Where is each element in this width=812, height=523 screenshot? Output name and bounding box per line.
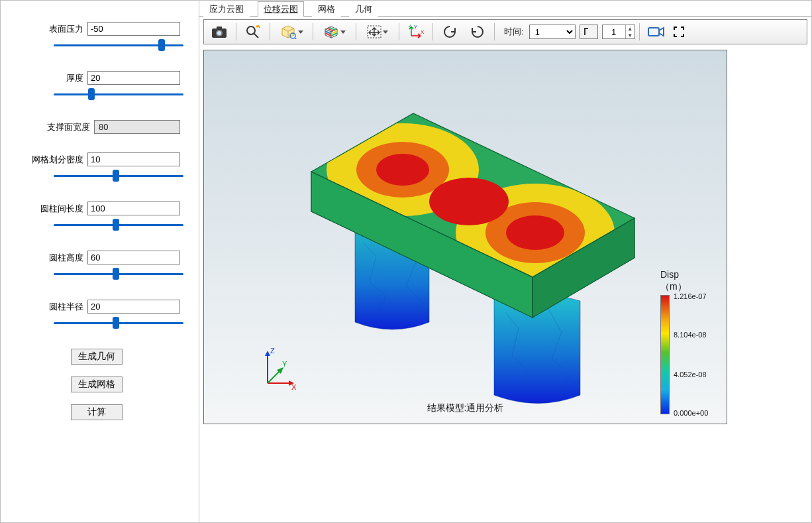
view-tabs: 应力云图位移云图网格几何 xyxy=(199,1,811,17)
param-slider[interactable] xyxy=(54,170,183,181)
app-root: 表面压力厚度支撑面宽度80网格划分密度圆柱间长度圆柱高度圆柱半径 生成几何生成网… xyxy=(0,0,812,523)
legend-tick: 4.052e-08 xyxy=(674,371,707,378)
svg-point-22 xyxy=(429,178,509,225)
view-tab[interactable]: 网格 xyxy=(312,1,341,17)
param-label: 厚度 xyxy=(66,72,83,84)
param-label: 支撑面宽度 xyxy=(47,121,90,133)
legend-title-2: （m） xyxy=(660,281,687,292)
param-display: 80 xyxy=(94,120,180,134)
param-row: 圆柱高度 xyxy=(13,251,180,281)
param-slider[interactable] xyxy=(54,219,183,230)
viewport-3d[interactable]: Z Y X Disp （m） 1.216e-07 8.104e-08 xyxy=(203,50,727,424)
legend-title-1: Disp xyxy=(660,269,679,280)
param-label: 圆柱半径 xyxy=(49,301,83,313)
auto-zoom-button[interactable] xyxy=(240,22,266,42)
right-area: 应力云图位移云图网格几何 xyxy=(199,1,811,522)
dropdown-caret-icon xyxy=(383,30,388,34)
svg-text:Z: Z xyxy=(409,25,412,29)
param-input[interactable] xyxy=(87,251,180,264)
svg-text:X: X xyxy=(421,29,425,35)
param-row: 网格划分密度 xyxy=(13,152,180,183)
svg-point-3 xyxy=(217,31,221,35)
svg-line-5 xyxy=(254,33,258,38)
color-cube-dropdown[interactable] xyxy=(317,22,352,42)
axis-orientation-button[interactable]: Z Y X xyxy=(403,22,429,42)
param-label: 圆柱高度 xyxy=(49,252,83,264)
time-select[interactable]: 1 xyxy=(529,25,576,39)
viewer-toolbar: Z Y X 时间: 1 ▲ xyxy=(203,19,807,44)
rotate-ccw-button[interactable] xyxy=(437,22,462,42)
frame-spinner[interactable]: ▲ ▼ xyxy=(602,25,635,39)
view-tab[interactable]: 几何 xyxy=(349,1,378,17)
svg-text:Z: Z xyxy=(270,347,275,355)
param-input[interactable] xyxy=(87,300,180,314)
svg-text:Y: Y xyxy=(282,360,287,368)
param-label: 网格划分密度 xyxy=(32,154,83,166)
param-slider[interactable] xyxy=(54,89,183,99)
dropdown-caret-icon xyxy=(340,30,346,34)
svg-point-18 xyxy=(376,154,429,186)
lock-aspect-toggle[interactable] xyxy=(580,25,598,39)
color-legend: Disp （m） 1.216e-07 8.104e-08 4.052e-08 0… xyxy=(660,269,720,414)
viewport-caption: 结果模型:通用分析 xyxy=(204,402,727,414)
render-mode-dropdown[interactable] xyxy=(274,22,309,42)
view-tab[interactable]: 应力云图 xyxy=(203,1,250,17)
dropdown-caret-icon xyxy=(298,30,303,34)
param-row: 厚度 xyxy=(13,71,180,101)
param-label: 圆柱间长度 xyxy=(40,203,83,215)
action-button[interactable]: 生成几何 xyxy=(71,349,123,365)
rotate-cw-button[interactable] xyxy=(465,22,490,42)
action-button[interactable]: 生成网格 xyxy=(71,377,123,392)
frame-value-input[interactable] xyxy=(603,25,625,38)
frame-down-button[interactable]: ▼ xyxy=(625,32,634,38)
fit-view-dropdown[interactable] xyxy=(360,22,395,42)
time-label: 时间: xyxy=(504,26,524,38)
param-label: 表面压力 xyxy=(49,23,83,35)
fullscreen-button[interactable] xyxy=(672,22,686,42)
param-row: 支撑面宽度80 xyxy=(13,120,180,134)
svg-line-7 xyxy=(295,38,297,39)
svg-rect-14 xyxy=(648,28,659,36)
param-slider[interactable] xyxy=(54,318,183,328)
param-input[interactable] xyxy=(87,22,180,36)
view-tab[interactable]: 位移云图 xyxy=(258,1,304,17)
param-input[interactable] xyxy=(87,202,180,215)
frame-up-button[interactable]: ▲ xyxy=(625,25,634,32)
svg-point-21 xyxy=(506,215,564,250)
param-row: 圆柱间长度 xyxy=(13,202,180,232)
param-row: 圆柱半径 xyxy=(13,300,180,330)
svg-marker-24 xyxy=(265,351,270,356)
svg-text:X: X xyxy=(291,383,297,391)
camera-button[interactable] xyxy=(644,22,669,42)
parameter-panel: 表面压力厚度支撑面宽度80网格划分密度圆柱间长度圆柱高度圆柱半径 生成几何生成网… xyxy=(1,1,199,522)
svg-text:Y: Y xyxy=(414,25,418,30)
svg-rect-1 xyxy=(217,27,222,29)
param-input[interactable] xyxy=(87,71,180,85)
legend-tick: 1.216e-07 xyxy=(674,292,707,300)
orientation-triad: Z Y X xyxy=(254,347,301,393)
legend-tick: 8.104e-08 xyxy=(674,331,707,339)
param-row: 表面压力 xyxy=(13,22,180,52)
legend-bar xyxy=(660,295,670,414)
param-input[interactable] xyxy=(87,152,180,166)
screenshot-button[interactable] xyxy=(207,22,232,42)
param-slider[interactable] xyxy=(54,40,183,50)
param-slider[interactable] xyxy=(54,268,183,279)
action-button[interactable]: 计算 xyxy=(71,404,123,420)
